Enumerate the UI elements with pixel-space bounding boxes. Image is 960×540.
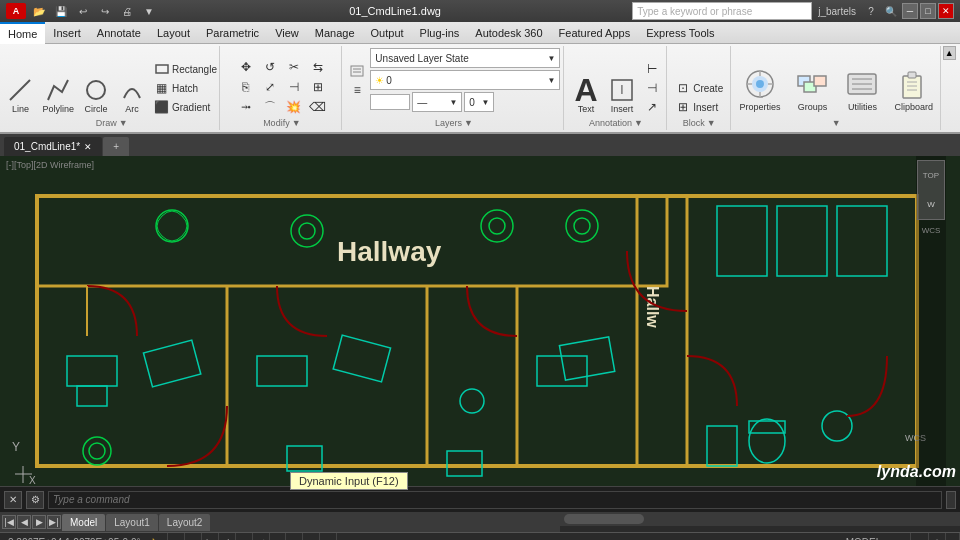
cmd-scrollbar[interactable] [946,491,956,509]
polar-btn[interactable]: ∠ [219,533,236,541]
move-btn[interactable]: ✥ [235,58,257,76]
quick-access-undo[interactable]: ↩ [74,3,92,19]
array-btn[interactable]: ⊞ [307,78,329,96]
layout-nav-next[interactable]: ▶ [32,515,46,529]
minimize-btn[interactable]: ─ [902,3,918,19]
doc-tab-close-0[interactable]: ✕ [84,142,92,152]
dim-linear-btn[interactable]: ⊢ [642,60,662,78]
menu-output[interactable]: Output [363,22,412,44]
arc-btn[interactable]: Arc [116,74,148,116]
utilities-btn[interactable]: Utilities [838,62,886,116]
layer-match-btn[interactable]: ≡ [347,81,367,99]
autocad-icon[interactable]: A [6,3,26,19]
quick-access-print[interactable]: 🖨 [118,3,136,19]
stretch-btn[interactable]: ⤞ [235,98,257,116]
layer-properties-btn[interactable] [347,62,367,80]
text-btn[interactable]: A Text [570,74,602,116]
clipboard-btn[interactable]: Clipboard [888,62,939,116]
rotate-btn[interactable]: ↺ [259,58,281,76]
menu-view[interactable]: View [267,22,307,44]
layout-tab-model[interactable]: Model [62,514,105,531]
polyline-btn[interactable]: Polyline [40,74,76,116]
extend-btn[interactable]: ⊣ [283,78,305,96]
maximize-btn[interactable]: □ [920,3,936,19]
properties-btn[interactable]: Properties [733,62,786,116]
h-scrollbar[interactable] [560,512,960,526]
customize-btn[interactable]: ≡ [946,533,960,541]
doc-tab-new[interactable]: + [103,137,129,156]
viewport-scale-btn[interactable]: 1:1 [889,533,911,541]
block-create-btn[interactable]: ⊡ Create [673,79,725,97]
dim-aligned-btn[interactable]: ⊣ [642,79,662,97]
mirror-btn[interactable]: ⇆ [307,58,329,76]
grid-btn[interactable]: ⊞ [168,533,185,541]
hatch-btn[interactable]: ▦ Hatch [152,79,219,97]
menu-plugins[interactable]: Plug-ins [412,22,468,44]
menu-manage[interactable]: Manage [307,22,363,44]
cmd-close-btn[interactable]: ✕ [4,491,22,509]
rectangle-btn[interactable]: Rectangle [152,60,219,78]
menu-parametric[interactable]: Parametric [198,22,267,44]
layout-nav-first[interactable]: |◀ [2,515,16,529]
lineweight-dropdown[interactable]: 0 ▼ [464,92,494,112]
nav-cube[interactable]: TOP W [917,160,945,220]
block-insert-icon: ⊞ [675,99,691,115]
doc-tab-cmdline1[interactable]: 01_CmdLine1* ✕ [4,137,102,156]
scale-btn[interactable]: ⤢ [259,78,281,96]
close-btn[interactable]: ✕ [938,3,954,19]
gradient-label: Gradient [172,102,210,113]
snap-btn[interactable]: ⊕ [185,533,202,541]
block-insert-btn[interactable]: ⊞ Insert [673,98,725,116]
color-swatch[interactable] [370,94,410,110]
layout-nav-last[interactable]: ▶| [47,515,61,529]
linetype-dropdown[interactable]: — ▼ [412,92,462,112]
help-btn[interactable]: ? [862,3,880,19]
selection-btn[interactable]: ↖ [320,533,337,541]
menu-home[interactable]: Home [0,22,45,44]
transparency-btn[interactable]: ◐ [286,533,303,541]
leader-btn[interactable]: ↗ [642,98,662,116]
osnap-btn[interactable]: ◎ [236,533,253,541]
copy-btn[interactable]: ⎘ [235,78,257,96]
circle-btn[interactable]: Circle [80,74,112,116]
groups-btn[interactable]: Groups [788,62,836,116]
quick-access-save[interactable]: 💾 [52,3,70,19]
ribbon-minimize-btn[interactable]: ▲ [943,46,956,60]
canvas-area[interactable]: Hallway Hallw Exam Room Exam Room Exam R… [0,156,960,486]
menu-insert[interactable]: Insert [45,22,89,44]
menu-annotate[interactable]: Annotate [89,22,149,44]
trim-btn[interactable]: ✂ [283,58,305,76]
gradient-btn[interactable]: ⬛ Gradient [152,98,219,116]
cmd-settings-btn[interactable]: ⚙ [26,491,44,509]
layer-state-dropdown[interactable]: Unsaved Layer State ▼ [370,48,560,68]
qproperties-btn[interactable]: ⊕ [303,533,320,541]
explode-btn[interactable]: 💥 [283,98,305,116]
layout-nav-prev[interactable]: ◀ [17,515,31,529]
layer-name-dropdown[interactable]: ☀ 0 ▼ [370,70,560,90]
model-space-btn[interactable]: 📐 [148,533,168,541]
line-btn[interactable]: Line [4,74,36,116]
menu-autodesk360[interactable]: Autodesk 360 [467,22,550,44]
fillet-btn[interactable]: ⌒ [259,98,281,116]
layout-tab-layout1[interactable]: Layout1 [106,514,158,531]
search-bar[interactable]: Type a keyword or phrase [632,2,812,20]
search-btn[interactable]: 🔍 [882,3,900,19]
quick-access-more[interactable]: ▼ [140,3,158,19]
menu-expresstools[interactable]: Express Tools [638,22,722,44]
quick-access-open[interactable]: 📂 [30,3,48,19]
insert-btn[interactable]: I Insert [606,74,638,116]
menu-featuredapps[interactable]: Featured Apps [551,22,639,44]
menu-layout[interactable]: Layout [149,22,198,44]
cmd-input[interactable] [48,491,942,509]
ortho-btn[interactable]: ⊢ [202,533,219,541]
quick-access-redo[interactable]: ↪ [96,3,114,19]
erase-btn[interactable]: ⌫ [307,98,329,116]
lineweight-btn[interactable]: ─ [270,533,285,541]
workspace-btn[interactable]: ⚙ [929,533,946,541]
dynamic-input-btn[interactable]: ⊣ [253,533,270,541]
insert-label: Insert [611,104,634,114]
h-scroll-thumb[interactable] [564,514,644,524]
layers-group-label: Layers ▼ [435,118,473,128]
layout-tab-layout2[interactable]: Layout2 [159,514,211,531]
annotation-scale-btn[interactable]: ▲ [911,533,929,541]
